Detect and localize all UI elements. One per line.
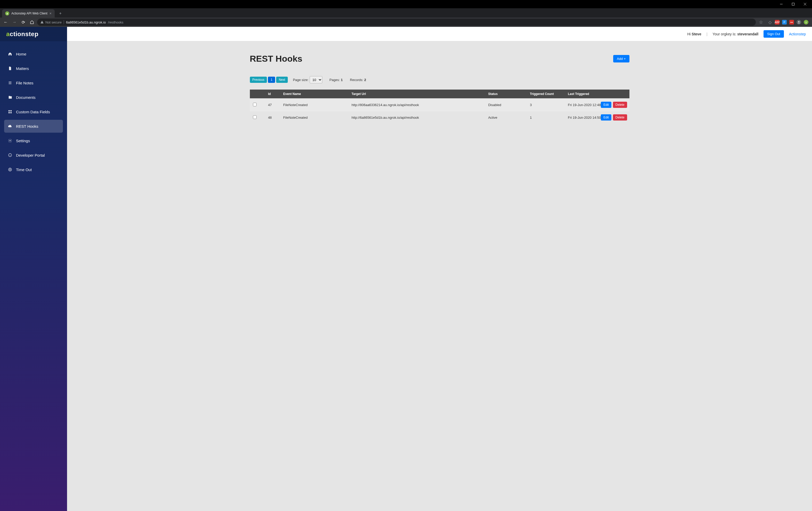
previous-page-button[interactable]: Previous	[250, 77, 267, 83]
svg-point-6	[9, 140, 10, 141]
window-close-button[interactable]	[799, 0, 811, 8]
sidebar-item-label: File Notes	[16, 81, 33, 85]
bookmark-star-icon[interactable]: ☆	[757, 19, 764, 26]
next-page-button[interactable]: Next	[276, 77, 288, 83]
user-badge-icon[interactable]: s	[804, 20, 808, 25]
new-tab-button[interactable]: +	[57, 10, 64, 17]
edit-button[interactable]: Edit	[601, 102, 611, 108]
sidebar-item-label: Settings	[16, 139, 30, 143]
svg-rect-5	[10, 112, 11, 113]
edit-button[interactable]: Edit	[601, 114, 611, 120]
browser-home-button[interactable]	[28, 19, 36, 26]
window-maximize-button[interactable]	[787, 0, 799, 8]
tab-title: Actionstep API Web Client	[11, 11, 48, 15]
table-row: 47 FileNoteCreated http://806aa6336214.a…	[250, 99, 630, 111]
logo-accent: a	[6, 30, 10, 38]
cell-id: 48	[265, 111, 280, 124]
sidebar-item-file-notes[interactable]: File Notes	[4, 76, 63, 89]
window-titlebar	[0, 0, 812, 8]
info-icon	[8, 153, 12, 157]
sidebar-item-time-out[interactable]: Time Out	[4, 163, 63, 176]
page-number-button[interactable]: 1	[268, 77, 275, 83]
not-secure-label: Not secure	[46, 20, 62, 24]
sidebar-item-label: Time Out	[16, 167, 32, 172]
sidebar-item-label: Matters	[16, 66, 29, 71]
browser-address-bar[interactable]: Not secure 6a86561e5d1b.au.ngrok.io/rest…	[37, 19, 756, 26]
sign-out-button[interactable]: Sign Out	[763, 30, 784, 38]
window-minimize-button[interactable]	[775, 0, 787, 8]
browser-extensions: ◇ ABP P ••• s	[766, 20, 810, 25]
lastpass-icon[interactable]: •••	[789, 20, 794, 25]
row-select-checkbox[interactable]	[253, 103, 257, 106]
sidebar-item-developer-portal[interactable]: Developer Portal	[4, 149, 63, 162]
pagination-controls: Previous 1 Next Page size: 10 Pages: 1 R…	[250, 76, 630, 83]
svg-point-8	[8, 168, 11, 171]
cloud-icon	[8, 124, 12, 128]
svg-point-1	[798, 21, 800, 22]
cell-status: Active	[485, 111, 527, 124]
home-icon	[8, 52, 12, 56]
cell-status: Disabled	[485, 99, 527, 111]
browser-tab[interactable]: a Actionstep API Web Client ×	[2, 9, 55, 18]
svg-rect-2	[8, 110, 10, 111]
divider	[64, 20, 64, 24]
adblock-icon[interactable]: ABP	[775, 20, 780, 25]
main-content: REST Hooks Add + Previous 1 Next Page si…	[67, 41, 812, 511]
sidebar-item-home[interactable]: Home	[4, 48, 63, 60]
col-header-count: Triggered Count	[527, 89, 565, 99]
files-icon	[8, 95, 12, 99]
brave-shield-icon[interactable]: ◇	[767, 20, 772, 25]
col-header-select	[250, 89, 265, 99]
gear-icon	[8, 139, 12, 143]
add-button[interactable]: Add +	[613, 55, 629, 62]
cell-url: http://806aa6336214.au.ngrok.io/api/rest…	[348, 99, 485, 111]
delete-button[interactable]: Delete	[613, 114, 627, 120]
browser-back-button[interactable]: ←	[2, 19, 9, 26]
layout-icon	[8, 110, 12, 114]
browser-toolbar: ← → ⟳ Not secure 6a86561e5d1b.au.ngrok.i…	[0, 18, 812, 27]
browser-tab-strip: a Actionstep API Web Client × +	[0, 8, 812, 18]
app-sidebar: actionstep Home Matters File Notes Docum…	[0, 27, 67, 511]
pages-indicator: Pages: 1	[329, 78, 343, 82]
sidebar-item-custom-data-fields[interactable]: Custom Data Fields	[4, 105, 63, 118]
browser-forward-button[interactable]: →	[11, 19, 18, 26]
sidebar-item-label: Developer Portal	[16, 153, 45, 157]
orgkey-text: Your orgkey is: steverandall	[713, 32, 758, 36]
app-logo[interactable]: actionstep	[0, 27, 67, 41]
sidebar-item-rest-hooks[interactable]: REST Hooks	[4, 120, 63, 133]
cell-id: 47	[265, 99, 280, 111]
row-select-checkbox[interactable]	[253, 115, 257, 119]
extension-icon[interactable]: P	[782, 20, 787, 25]
cell-count: 3	[527, 99, 565, 111]
security-indicator[interactable]: Not secure	[40, 20, 62, 24]
col-header-event: Event Name	[280, 89, 348, 99]
col-header-last: Last Triggered	[565, 89, 629, 99]
svg-rect-0	[792, 3, 794, 5]
actionstep-link[interactable]: Actionstep	[789, 32, 806, 36]
col-header-status: Status	[485, 89, 527, 99]
sidebar-item-documents[interactable]: Documents	[4, 91, 63, 104]
cell-last: Fri 19-Jun-2020 14:50	[568, 116, 601, 119]
sidebar-item-settings[interactable]: Settings	[4, 134, 63, 147]
svg-rect-3	[10, 110, 11, 111]
warning-icon	[40, 20, 44, 24]
separator: |	[706, 32, 707, 36]
page-size-select[interactable]: 10	[310, 76, 322, 83]
delete-button[interactable]: Delete	[613, 102, 627, 108]
page-size-label: Page size:	[293, 78, 309, 82]
cell-event: FileNoteCreated	[280, 111, 348, 124]
sidebar-item-label: Custom Data Fields	[16, 110, 50, 114]
url-host: 6a86561e5d1b.au.ngrok.io	[66, 20, 106, 24]
table-header-row: Id Event Name Target Url Status Triggere…	[250, 89, 630, 99]
profile-avatar-icon[interactable]	[796, 20, 801, 25]
cell-count: 1	[527, 111, 565, 124]
browser-reload-button[interactable]: ⟳	[20, 19, 27, 26]
svg-rect-4	[8, 112, 10, 113]
tab-close-button[interactable]: ×	[50, 11, 52, 16]
cell-event: FileNoteCreated	[280, 99, 348, 111]
sidebar-item-matters[interactable]: Matters	[4, 62, 63, 75]
favicon-icon: a	[5, 11, 9, 16]
rest-hooks-table: Id Event Name Target Url Status Triggere…	[250, 89, 630, 124]
cell-url: http://6a86561e5d1b.au.ngrok.io/api/rest…	[348, 111, 485, 124]
records-indicator: Records: 2	[350, 78, 366, 82]
